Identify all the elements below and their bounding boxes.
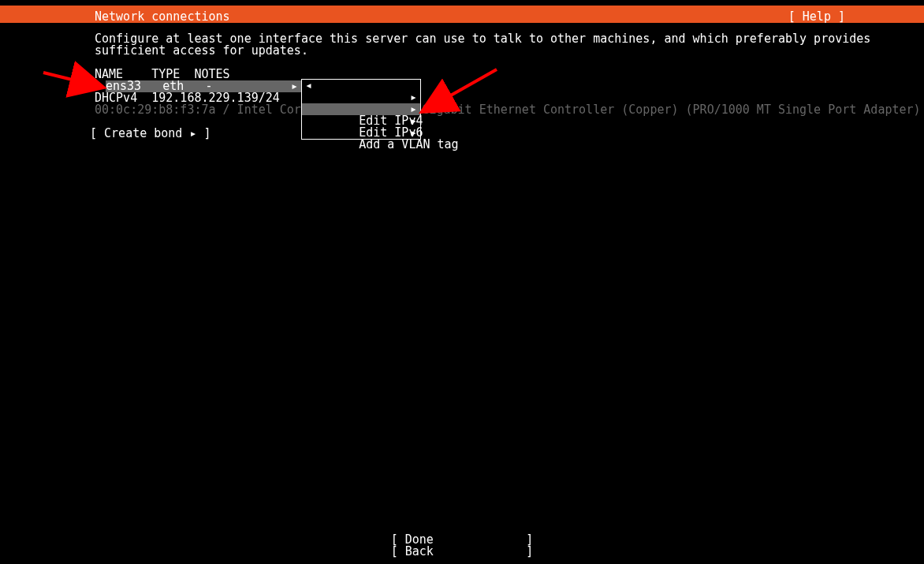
help-button[interactable]: [ Help ] xyxy=(788,8,845,25)
title-bar: Network connections [ Help ] xyxy=(0,6,924,23)
submenu-arrow-icon: ▸ xyxy=(291,80,298,92)
footer-buttons: [ Done ] [ Back ] xyxy=(0,534,924,558)
menu-edit-ipv6[interactable]: Edit IPv6 ▸ xyxy=(302,115,420,127)
hardware-info: 00:0c:29:b8:f3:7a / Intel Corporation 82… xyxy=(95,104,877,116)
screen-title: Network connections xyxy=(95,8,230,25)
menu-close[interactable]: ◂ (close) xyxy=(302,80,420,92)
back-button[interactable]: [ Back ] xyxy=(0,546,924,558)
menu-edit-ipv4[interactable]: Edit IPv4 ▸ xyxy=(302,103,420,115)
create-bond-button[interactable]: [ Create bond ▸ ] xyxy=(90,128,877,140)
menu-add-vlan[interactable]: Add a VLAN tag ▸ xyxy=(302,127,420,139)
interface-context-menu: ◂ (close) Info ▸ Edit IPv4 ▸ Edit IPv6 ▸… xyxy=(301,79,421,140)
right-arrow-icon: ▸ xyxy=(410,127,417,139)
menu-info[interactable]: Info ▸ xyxy=(302,92,420,103)
instructions-text: Configure at least one interface this se… xyxy=(95,33,877,57)
left-arrow-icon: ◂ xyxy=(305,80,312,92)
arrow-annotation-icon xyxy=(43,73,101,87)
interface-row-selected[interactable]: ens33 eth - ▸ xyxy=(106,80,301,92)
